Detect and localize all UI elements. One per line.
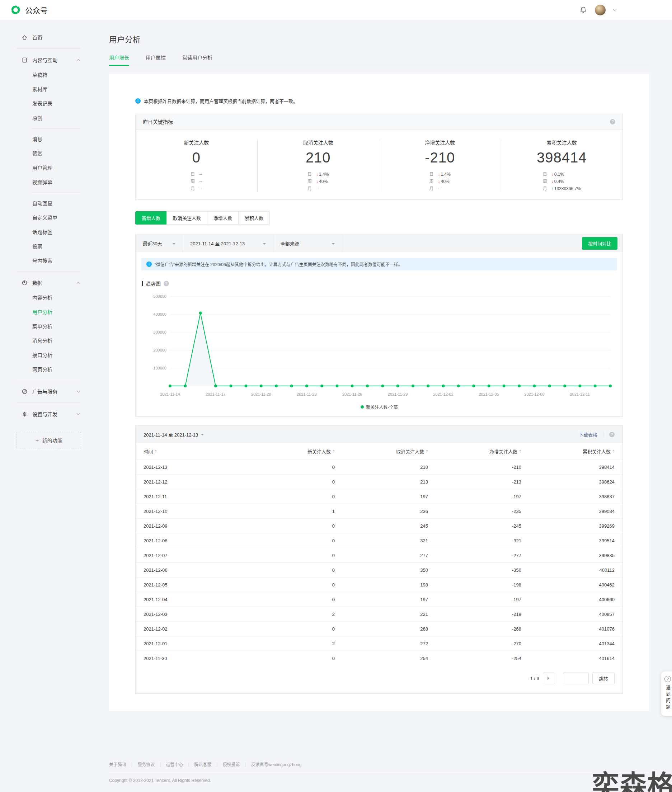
sidebar-item-api-analysis[interactable]: 接口分析	[0, 348, 94, 362]
stat-period-label: 日	[429, 171, 438, 178]
sidebar-item-messages[interactable]: 消息	[0, 132, 94, 146]
data-source-notice: 本页根据昨日数据来计算，而用户管理页根据当前数据计算，两者不一致。	[135, 97, 623, 104]
chart-point	[229, 385, 232, 387]
chart-point	[199, 312, 202, 315]
metric-stats: 日↓1.4%周↓40%月--	[429, 171, 451, 192]
metric-stats: 日↓1.4%周↓40%月--	[307, 171, 329, 192]
page-indicator: 1 / 3	[530, 676, 539, 681]
footer-link[interactable]: 反馈官号weixingongzhong	[251, 761, 302, 767]
tab-regular-readers[interactable]: 常读用户分析	[182, 54, 213, 65]
sidebar-item-votes[interactable]: 投票	[0, 239, 94, 254]
cell-value: 2	[242, 641, 335, 647]
sidebar-item-auto-reply[interactable]: 自动回复	[0, 196, 94, 211]
sidebar-item-content-analysis[interactable]: 内容分析	[0, 291, 94, 305]
column-label: 新关注人数	[307, 448, 331, 455]
table-date-range-dropdown[interactable]: 2021-11-14 至 2021-12-13	[144, 431, 204, 438]
footer-link[interactable]: 腾讯客服	[194, 761, 211, 767]
column-label: 净增关注人数	[490, 448, 517, 455]
cell-date: 2021-11-30	[144, 656, 242, 661]
cell-date: 2021-12-03	[144, 612, 242, 617]
sidebar-item-user-analysis[interactable]: 用户分析	[0, 305, 94, 319]
notification-bell-icon[interactable]	[579, 6, 587, 14]
trend-tab-new-count[interactable]: 新增人数	[135, 211, 167, 225]
footer-link[interactable]: 运营中心	[166, 761, 183, 767]
tab-user-growth[interactable]: 用户增长	[109, 54, 129, 65]
table-column-header[interactable]: 累积关注人数	[521, 448, 614, 455]
compare-by-time-button[interactable]: 按时间对比	[582, 237, 618, 250]
download-table-link[interactable]: 下载表格	[579, 431, 597, 438]
cell-value: 245	[335, 523, 428, 529]
help-icon[interactable]	[610, 119, 615, 125]
help-icon[interactable]	[609, 432, 614, 437]
table-toolbar: 2021-11-14 至 2021-12-13 下载表格	[136, 426, 622, 443]
cell-date: 2021-12-09	[144, 523, 242, 529]
trend-tab-unfollow-count[interactable]: 取消关注人数	[166, 211, 207, 225]
info-icon	[135, 98, 141, 104]
sidebar-item-user-management[interactable]: 用户管理	[0, 161, 94, 175]
chart-point	[275, 385, 278, 387]
cell-value: -210	[428, 465, 521, 470]
table-column-header[interactable]: 新关注人数	[242, 448, 335, 455]
cell-date: 2021-12-05	[144, 582, 242, 588]
sidebar-divider	[31, 128, 81, 129]
sidebar-item-video-danmu[interactable]: 视频弹幕	[0, 175, 94, 189]
page-jump-button[interactable]: 跳转	[592, 672, 614, 684]
sidebar-item-drafts[interactable]: 草稿箱	[0, 68, 94, 82]
cell-value: 221	[335, 612, 428, 617]
sidebar-item-appreciation[interactable]: 赞赏	[0, 146, 94, 161]
sidebar-item-content-interaction[interactable]: 内容与互动	[0, 52, 94, 68]
chart-point	[260, 385, 262, 387]
sidebar-item-label: 广告与服务	[32, 388, 58, 395]
new-feature-button[interactable]: 新的功能	[16, 432, 81, 449]
sidebar-item-home[interactable]: 首页	[0, 29, 94, 45]
chart-legend[interactable]: 新关注人数-全部	[136, 401, 622, 417]
footer-link[interactable]: 侵权投诉	[223, 761, 240, 767]
sidebar-item-data[interactable]: 数据	[0, 275, 94, 291]
tab-user-attributes[interactable]: 用户属性	[146, 54, 166, 65]
filter-time-range-preset[interactable]: 最近30天	[136, 234, 183, 252]
sidebar-item-custom-menu[interactable]: 自定义菜单	[0, 211, 94, 225]
chevron-down-icon[interactable]	[613, 8, 617, 11]
user-avatar[interactable]	[595, 5, 606, 16]
sidebar-item-ads-services[interactable]: 广告与服务	[0, 383, 94, 399]
sidebar-item-in-account-search[interactable]: 号内搜索	[0, 254, 94, 268]
sidebar-item-settings-dev[interactable]: 设置与开发	[0, 406, 94, 422]
sidebar-item-publish-records[interactable]: 发表记录	[0, 96, 94, 111]
table-row: 2021-12-060350-350400112	[136, 562, 622, 577]
sidebar-item-menu-analysis[interactable]: 菜单分析	[0, 319, 94, 334]
brand[interactable]: 公众号	[10, 4, 48, 16]
footer-link[interactable]: 关于腾讯	[109, 761, 126, 767]
metrics-row: 新关注人数0日--周--月--取消关注人数210日↓1.4%周↓40%月--净增…	[136, 129, 622, 200]
trend-tab-cumulative-count[interactable]: 累积人数	[238, 211, 270, 225]
sidebar-item-topic-tags[interactable]: 话题标签	[0, 225, 94, 239]
help-float-widget[interactable]: 遇到问题	[661, 671, 672, 716]
filter-source[interactable]: 全部来源	[274, 234, 342, 252]
trend-tab-net-count[interactable]: 净增人数	[207, 211, 238, 225]
sidebar-item-message-analysis[interactable]: 消息分析	[0, 334, 94, 348]
table-row: 2021-12-012272-270401344	[136, 636, 622, 651]
cell-date: 2021-12-13	[144, 465, 242, 470]
svg-text:2021-12-05: 2021-12-05	[478, 392, 499, 396]
chart-point	[351, 385, 354, 387]
next-page-button[interactable]	[543, 672, 554, 684]
page-jump-input[interactable]	[563, 672, 589, 684]
metric-stat-row: 日--	[190, 171, 202, 178]
table-column-header[interactable]: 净增关注人数	[428, 448, 521, 455]
cell-value: 399269	[521, 523, 614, 529]
footer-link[interactable]: 服务协议	[138, 761, 155, 767]
wechat-ads-notice-text: “微信广告”来源的新增关注在 2020/06起从其他中拆分给出，计算方式与广告主…	[155, 261, 403, 267]
brand-title: 公众号	[25, 5, 48, 16]
chart-point	[214, 385, 217, 387]
cell-value: -277	[428, 553, 521, 558]
table-column-header[interactable]: 时间	[144, 448, 242, 455]
sidebar-item-webpage-analysis[interactable]: 网页分析	[0, 362, 94, 377]
sidebar-item-media-library[interactable]: 素材库	[0, 82, 94, 96]
sidebar-item-original[interactable]: 原创	[0, 111, 94, 125]
chart-point	[472, 385, 475, 387]
table-column-header[interactable]: 取消关注人数	[335, 448, 428, 455]
chart-point	[305, 385, 308, 387]
trend-card: 最近30天2021-11-14 至 2021-12-13全部来源按时间对比 “微…	[135, 234, 623, 417]
filter-date-range[interactable]: 2021-11-14 至 2021-12-13	[183, 234, 274, 252]
help-icon[interactable]	[163, 281, 169, 286]
trend-chart-wrap: 1000002000003000004000005000002021-11-14…	[136, 288, 622, 401]
